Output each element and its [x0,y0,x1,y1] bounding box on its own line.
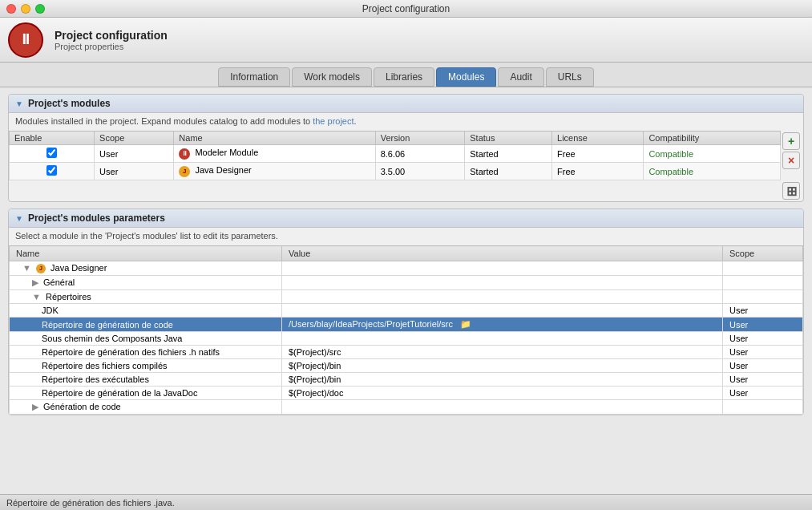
traffic-lights [6,4,45,14]
params-collapse-icon[interactable]: ▼ [15,214,23,223]
tree-node-executables-value: $(Project)/bin [282,373,723,387]
tree-node-composants-value [282,332,723,346]
tree-node-javadoc: Répertoire de génération de la JavaDoc [10,387,282,400]
module-license-2: Free [552,163,644,180]
module-compat-1: Compatible [644,145,781,163]
tree-node-repertoires-value [282,290,723,304]
tree-node-gen-code-group-scope [723,400,803,415]
expand-btn-container: ⊞ [9,180,803,201]
modules-table: Enable Scope Name Version Status License… [9,131,781,180]
tab-information[interactable]: Information [218,67,290,87]
close-button[interactable] [6,4,16,14]
modules-panel-desc: Modules installed in the project. Expand… [9,113,803,131]
tree-node-compiled: Répertoire des fichiers compilés [10,359,282,373]
enable-checkbox-2[interactable] [46,165,57,176]
app-header: ⏸ Project configuration Project properti… [0,18,812,63]
tab-libraries[interactable]: Libraries [374,67,434,87]
modules-panel-title: Project's modules [28,98,111,109]
tree-node-jdk-scope: User [723,304,803,318]
list-item: ▼ J Java Designer [10,261,803,276]
module-enable-2[interactable] [10,163,95,180]
module-scope-1: User [95,145,174,163]
col-status: Status [465,132,552,145]
panel-collapse-icon[interactable]: ▼ [15,99,23,108]
list-item: Répertoire des fichiers compilés $(Proje… [10,359,803,373]
tree-node-jdk-value [282,304,723,318]
module-name-2: J Java Designer [174,163,375,180]
tree-node-gen-code-value: /Users/blay/IdeaProjects/ProjetTutoriel/… [282,318,723,332]
app-subtitle: Project properties [55,42,168,51]
params-col-scope: Scope [723,246,803,261]
tab-urls[interactable]: URLs [546,67,594,87]
enable-checkbox-1[interactable] [46,148,57,158]
tree-node-java-designer: ▼ J Java Designer [10,261,282,276]
params-panel-header: ▼ Project's modules parameters [9,209,803,228]
status-bar: Répertoire de génération des fichiers .j… [0,494,812,510]
list-item: JDK User [10,304,803,318]
module-status-2: Started [465,163,552,180]
tree-node-compiled-value: $(Project)/bin [282,359,723,373]
module-enable-1[interactable] [10,145,95,163]
tree-node-general-value [282,276,723,290]
app-header-text: Project configuration Project properties [55,29,168,51]
params-panel-title: Project's modules parameters [28,212,165,224]
modules-table-wrapper: Enable Scope Name Version Status License… [9,131,803,180]
module-scope-2: User [95,163,174,180]
tree-node-jdk: JDK [10,304,282,318]
window-title: Project configuration [362,3,450,14]
col-license: License [552,132,644,145]
list-item: Sous chemin des Composants Java User [10,332,803,346]
module-version-1: 8.6.06 [375,145,465,163]
tab-audit[interactable]: Audit [498,67,543,87]
module-compat-2: Compatible [644,163,781,180]
col-enable: Enable [10,132,95,145]
module-side-buttons: + × [781,131,802,180]
col-name: Name [174,132,375,145]
col-version: Version [375,132,465,145]
params-panel: ▼ Project's modules parameters Select a … [8,208,804,415]
tab-modules[interactable]: Modules [436,67,496,87]
minimize-button[interactable] [21,4,30,14]
tree-node-java-designer-value [282,261,723,276]
tabbar: Information Work models Libraries Module… [0,63,812,87]
maximize-button[interactable] [35,4,45,14]
params-panel-desc: Select a module in the 'Project's module… [9,228,803,245]
modules-panel-header: ▼ Project's modules [9,95,803,113]
params-col-value: Value [282,246,723,261]
project-link[interactable]: the project [313,116,353,126]
list-item: ▼ Répertoires [10,290,803,304]
tree-node-h-natifs-value: $(Project)/src [282,346,723,359]
col-scope: Scope [95,132,174,145]
tree-node-gen-code-group: ▶ Génération de code [10,400,282,415]
remove-module-button[interactable]: × [782,152,800,169]
titlebar: Project configuration [0,0,812,18]
add-module-button[interactable]: + [782,132,800,150]
table-row: User J Java Designer 3.5.00 Started Free… [10,163,781,180]
tree-node-gen-code-scope: User [723,318,803,332]
tree-node-java-designer-scope [723,261,803,276]
table-row: User ⏸ Modeler Module 8.6.06 Started Fre… [10,145,781,163]
tree-node-gen-code-group-value [282,400,723,415]
tree-node-compiled-scope: User [723,359,803,373]
tree-node-executables: Répertoire des exécutables [10,373,282,387]
col-compatibility: Compatibility [644,132,781,145]
module-icon-red: ⏸ [179,148,190,160]
expand-catalog-button[interactable]: ⊞ [782,182,800,200]
folder-browse-button[interactable]: 📁 [460,319,471,329]
tab-work-models[interactable]: Work models [292,67,372,87]
tree-node-repertoires: ▼ Répertoires [10,290,282,304]
tree-node-javadoc-value: $(Project)/doc [282,387,723,400]
module-version-2: 3.5.00 [375,163,465,180]
params-col-name: Name [10,246,282,261]
module-license-1: Free [552,145,644,163]
tree-node-h-natifs: Répertoire de génération des fichiers .h… [10,346,282,359]
tree-node-h-natifs-scope: User [723,346,803,359]
list-item: ▶ Génération de code [10,400,803,415]
tree-node-gen-code: Répertoire de génération de code [10,318,282,332]
java-designer-icon: J [36,264,46,273]
list-item: Répertoire des exécutables $(Project)/bi… [10,373,803,387]
tree-node-composants-scope: User [723,332,803,346]
list-item[interactable]: Répertoire de génération de code /Users/… [10,318,803,332]
app-title: Project configuration [55,29,168,42]
module-status-1: Started [465,145,552,163]
